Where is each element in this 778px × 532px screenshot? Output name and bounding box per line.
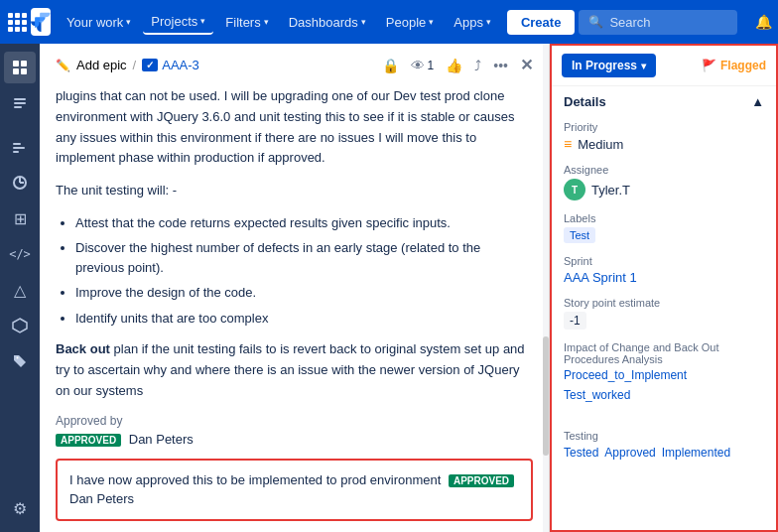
chevron-down-icon: ▾ (641, 61, 646, 71)
list-item: Identify units that are too complex (75, 309, 533, 329)
approved-by-label: Approved by (56, 414, 533, 428)
approved-badge: APPROVED (56, 434, 121, 447)
scroll-bar[interactable] (543, 44, 549, 532)
testing-label: Testing (564, 430, 764, 442)
test-tag-tested[interactable]: Tested (564, 446, 598, 460)
impact-link-1[interactable]: Proceed_to_Implement (564, 368, 687, 382)
svg-rect-4 (14, 98, 26, 100)
sidebar-item-issues[interactable]: ⊞ (4, 202, 36, 234)
story-point-badge: -1 (564, 312, 586, 330)
sidebar-item-deployments[interactable]: △ (4, 274, 36, 306)
svg-rect-1 (21, 61, 27, 66)
highlighted-comment: I have now approved this to be implement… (56, 459, 533, 521)
breadcrumb-ticket[interactable]: ✓ AAA-3 (142, 58, 199, 72)
sidebar-item-releases[interactable] (4, 345, 36, 377)
app-switcher[interactable] (8, 8, 27, 36)
filters-nav[interactable]: Filters ▾ (217, 11, 276, 34)
list-item: Attest that the code returns expected re… (75, 213, 533, 233)
more-icon[interactable]: ••• (493, 58, 508, 73)
status-button[interactable]: In Progress ▾ (562, 54, 656, 77)
search-bar[interactable]: 🔍 (579, 10, 737, 35)
unit-testing-intro: The unit testing will: - (56, 181, 533, 201)
impact-link-2[interactable]: Test_worked (564, 388, 630, 402)
labels-value[interactable]: Test (564, 227, 764, 243)
share-icon[interactable]: ⤴ (474, 58, 481, 73)
body-text-1: plugins that can not be used. I will be … (56, 86, 533, 169)
sidebar-item-components[interactable] (4, 310, 36, 341)
sidebar-item-settings[interactable]: ⚙ (4, 492, 36, 524)
your-work-nav[interactable]: Your work ▾ (59, 11, 139, 34)
chevron-down-icon: ▾ (361, 17, 366, 27)
svg-rect-3 (21, 68, 27, 74)
impact-row: Impact of Change and Back Out Procedures… (564, 341, 764, 402)
label-tag: Test (564, 227, 595, 243)
svg-rect-6 (14, 106, 22, 108)
jira-logo[interactable] (31, 8, 51, 36)
story-point-row: Story point estimate -1 (564, 297, 764, 330)
svg-rect-7 (13, 143, 21, 145)
sidebar-item-board[interactable] (4, 52, 36, 83)
search-input[interactable] (609, 15, 728, 30)
status-label: In Progress (572, 59, 637, 72)
scroll-thumb (543, 336, 549, 456)
bullet-list: Attest that the code returns expected re… (75, 213, 533, 329)
sidebar-item-backlog[interactable] (4, 87, 36, 119)
sprint-link: AAA Sprint 1 (564, 270, 637, 285)
dashboards-nav[interactable]: Dashboards ▾ (281, 11, 374, 34)
watch-icon[interactable]: 👁 1 (411, 58, 435, 73)
top-navigation: Your work ▾ Projects ▾ Filters ▾ Dashboa… (0, 0, 778, 44)
story-point-value[interactable]: -1 (564, 312, 764, 330)
list-item: Discover the highest number of defects i… (75, 238, 533, 277)
add-epic-label: Add epic (76, 58, 127, 72)
highlight-text: I have now approved this to be implement… (69, 472, 441, 487)
highlight-approved-badge: APPROVED (449, 474, 514, 487)
details-header[interactable]: Details ▲ (564, 94, 764, 109)
test-tag-implemented[interactable]: Implemented (662, 446, 730, 460)
svg-rect-5 (14, 102, 26, 104)
close-icon[interactable]: ✕ (520, 56, 533, 74)
test-tag-approved[interactable]: Approved (604, 446, 655, 460)
svg-rect-9 (13, 151, 19, 153)
back-out-text: Back out plan if the unit testing fails … (56, 339, 533, 401)
impact-links: Proceed_to_Implement Test_worked (564, 368, 764, 402)
sidebar-item-code[interactable]: </> (4, 238, 36, 270)
like-icon[interactable]: 👍 (446, 58, 462, 73)
chevron-up-icon: ▲ (751, 94, 764, 109)
assignee-value[interactable]: T Tyler.T (564, 179, 764, 200)
apps-nav[interactable]: Apps ▾ (446, 11, 499, 34)
sprint-value[interactable]: AAA Sprint 1 (564, 270, 764, 285)
breadcrumb: ✏️ Add epic / ✓ AAA-3 🔒 👁 1 👍 ⤴ ••• ✕ (56, 56, 533, 74)
priority-value[interactable]: ≡ Medium (564, 136, 764, 152)
flagged-label: Flagged (720, 59, 766, 72)
create-button[interactable]: Create (507, 10, 575, 35)
chevron-down-icon: ▾ (126, 17, 131, 27)
projects-nav[interactable]: Projects ▾ (143, 10, 213, 35)
details-section: Details ▲ Priority ≡ Medium Assignee T T… (552, 86, 776, 422)
notifications-icon[interactable]: 🔔 (749, 8, 777, 36)
svg-rect-8 (13, 147, 25, 149)
assignee-label: Assignee (564, 164, 764, 176)
priority-row: Priority ≡ Medium (564, 121, 764, 152)
chevron-down-icon: ▾ (429, 17, 434, 27)
chevron-down-icon: ▾ (264, 17, 269, 27)
people-nav[interactable]: People ▾ (378, 11, 442, 34)
main-area: ✏️ Add epic / ✓ AAA-3 🔒 👁 1 👍 ⤴ ••• ✕ pl… (40, 44, 778, 532)
right-panel: In Progress ▾ 🚩 Flagged Details ▲ Priori… (550, 44, 778, 532)
ticket-badge: ✓ (142, 59, 158, 71)
sidebar-item-timeline[interactable] (4, 131, 36, 163)
approved-by-section: Approved by APPROVED Dan Peters (56, 414, 533, 447)
svg-rect-2 (13, 68, 19, 74)
lock-icon[interactable]: 🔒 (382, 58, 399, 73)
sidebar-item-reports[interactable] (4, 167, 36, 199)
impact-label: Impact of Change and Back Out Procedures… (564, 341, 764, 365)
chevron-down-icon: ▾ (486, 17, 491, 27)
details-label: Details (564, 94, 606, 109)
labels-row: Labels Test (564, 212, 764, 243)
approved-by-value: APPROVED Dan Peters (56, 432, 533, 447)
nav-icons: 🔔 ? ⚙ DS (749, 8, 778, 36)
edit-icon[interactable]: ✏️ (56, 59, 70, 72)
assignee-row: Assignee T Tyler.T (564, 164, 764, 200)
breadcrumb-separator: / (133, 58, 137, 72)
left-sidebar: ⊞ </> △ ⚙ (0, 44, 40, 532)
flagged-button[interactable]: 🚩 Flagged (702, 59, 766, 72)
